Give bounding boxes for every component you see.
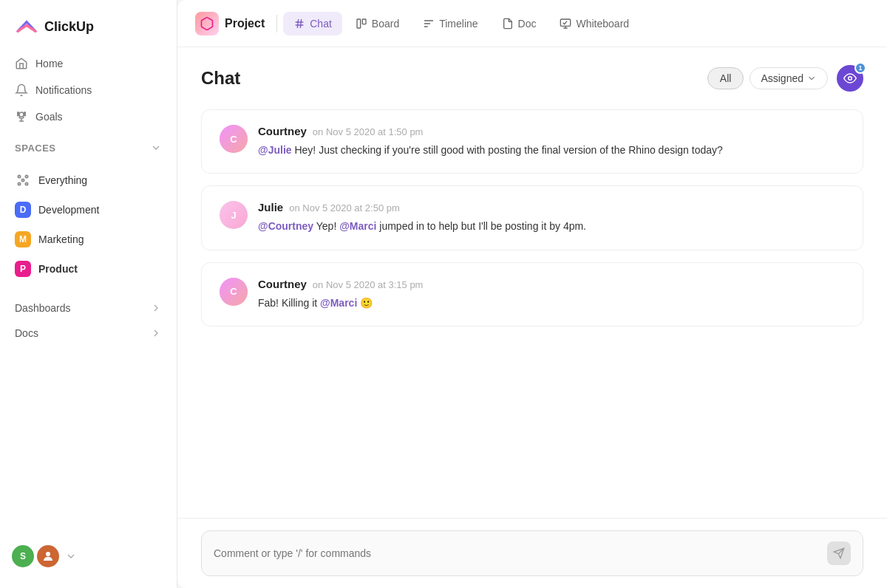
chevron-right-icon (150, 327, 162, 339)
svg-point-5 (25, 182, 27, 185)
svg-point-2 (18, 175, 20, 177)
message-3-content: Courtney on Nov 5 2020 at 3:15 pm Fab! K… (258, 278, 845, 311)
message-1-header: Courtney on Nov 5 2020 at 1:50 pm (258, 125, 845, 137)
chat-header: Chat All Assigned 1 (177, 47, 887, 103)
svg-point-10 (849, 77, 852, 81)
sidebar-item-development[interactable]: D Development (6, 195, 171, 225)
project-title-area: Project (195, 12, 265, 35)
tab-chat-label: Chat (310, 18, 332, 30)
user-avatar-2[interactable] (37, 545, 59, 567)
message-card: C Courtney on Nov 5 2020 at 3:15 pm Fab!… (201, 262, 863, 327)
sidebar-item-marketing-label: Marketing (38, 233, 84, 245)
sidebar-item-product-label: Product (38, 263, 78, 275)
spaces-list: Everything D Development M Marketing P P… (0, 165, 177, 284)
whiteboard-icon (560, 18, 571, 30)
svg-rect-7 (357, 19, 361, 28)
sidebar-nav: Home Notifications Goals (0, 50, 177, 130)
tab-timeline[interactable]: Timeline (412, 12, 488, 35)
message-2-header: Julie on Nov 5 2020 at 2:50 pm (258, 201, 845, 213)
chevron-down-icon[interactable] (150, 142, 162, 154)
tab-whiteboard[interactable]: Whiteboard (549, 12, 639, 35)
top-nav: Project Chat Board Timeline (177, 0, 887, 47)
message-card: C Courtney on Nov 5 2020 at 1:50 pm @Jul… (201, 109, 863, 174)
sidebar-item-dashboards[interactable]: Dashboards (0, 295, 177, 321)
svg-rect-8 (362, 19, 366, 24)
user-chevron-icon[interactable] (65, 550, 77, 562)
sections-list: Dashboards Docs (0, 295, 177, 346)
user-avatar-1[interactable]: S (12, 545, 34, 567)
sidebar-item-everything[interactable]: Everything (6, 165, 171, 195)
svg-point-0 (19, 112, 24, 117)
message-card: J Julie on Nov 5 2020 at 2:50 pm @Courtn… (201, 185, 863, 250)
bell-icon (15, 83, 28, 97)
clickup-logo-icon (15, 15, 38, 38)
svg-point-4 (18, 182, 20, 185)
send-icon (833, 547, 845, 559)
message-1-time: on Nov 5 2020 at 1:50 pm (313, 126, 424, 137)
message-2-author: Julie (258, 201, 283, 213)
svg-point-6 (46, 552, 50, 556)
sidebar-item-product[interactable]: P Product (6, 254, 171, 284)
tab-doc[interactable]: Doc (492, 12, 547, 35)
project-title-text: Project (225, 17, 265, 30)
sidebar: ClickUp Home Notifications Goals (0, 0, 177, 588)
tab-chat[interactable]: Chat (283, 12, 342, 35)
sidebar-bottom: S (0, 536, 177, 576)
mention-marci-2: @Marci (320, 297, 357, 309)
avatar-courtney-2: C (220, 278, 248, 306)
project-icon (195, 12, 219, 35)
everything-icon (15, 172, 31, 188)
chat-input-wrapper (201, 530, 863, 576)
sidebar-item-docs[interactable]: Docs (0, 321, 177, 346)
message-2-time: on Nov 5 2020 at 2:50 pm (289, 202, 400, 213)
sidebar-item-home[interactable]: Home (6, 50, 171, 77)
chat-input-area (177, 518, 887, 588)
message-3-time: on Nov 5 2020 at 3:15 pm (313, 279, 424, 290)
chat-filters: All Assigned (707, 67, 828, 89)
sidebar-item-goals[interactable]: Goals (6, 103, 171, 130)
chat-area: Chat All Assigned 1 (177, 47, 887, 588)
spaces-header: Spaces (0, 130, 177, 160)
message-2-body: Yep! (316, 220, 339, 232)
send-button[interactable] (827, 541, 851, 565)
marketing-badge: M (15, 231, 31, 247)
sidebar-item-development-label: Development (38, 204, 100, 216)
logo-text: ClickUp (44, 19, 94, 35)
nav-divider-1 (276, 15, 277, 33)
message-3-header: Courtney on Nov 5 2020 at 3:15 pm (258, 278, 845, 290)
product-badge: P (15, 261, 31, 277)
filter-all-btn[interactable]: All (707, 67, 744, 89)
chat-input[interactable] (214, 547, 827, 559)
timeline-icon (423, 18, 435, 30)
message-2-body-2: jumped in to help but I'll be posting it… (379, 220, 586, 232)
avatar-julie: J (220, 201, 248, 229)
tab-whiteboard-label: Whiteboard (576, 18, 629, 30)
message-3-text: Fab! Killing it @Marci 🙂 (258, 295, 845, 311)
eye-icon (843, 72, 857, 85)
message-2-text: @Courtney Yep! @Marci jumped in to help … (258, 218, 845, 234)
sidebar-item-home-label: Home (35, 58, 63, 69)
chat-messages: C Courtney on Nov 5 2020 at 1:50 pm @Jul… (177, 103, 887, 518)
doc-icon (502, 18, 514, 30)
tab-board[interactable]: Board (345, 12, 409, 35)
mention-marci: @Marci (339, 220, 376, 232)
message-1-text: @Julie Hey! Just checking if you're stil… (258, 142, 845, 158)
mention-julie: @Julie (258, 144, 292, 156)
mention-courtney: @Courtney (258, 220, 313, 232)
message-1-author: Courtney (258, 125, 307, 137)
sidebar-item-everything-label: Everything (38, 174, 87, 186)
sidebar-item-marketing[interactable]: M Marketing (6, 225, 171, 254)
tab-timeline-label: Timeline (439, 18, 478, 30)
hash-icon (293, 18, 305, 30)
watch-badge: 1 (854, 62, 866, 74)
sidebar-item-goals-label: Goals (35, 111, 63, 123)
chevron-down-icon (806, 73, 817, 83)
development-badge: D (15, 202, 31, 218)
chat-title: Chat (201, 68, 240, 89)
watch-button[interactable]: 1 (837, 65, 863, 92)
logo-area[interactable]: ClickUp (0, 0, 177, 50)
filter-assigned-dropdown[interactable]: Assigned (750, 67, 828, 89)
sidebar-item-notifications[interactable]: Notifications (6, 77, 171, 103)
svg-point-1 (21, 179, 24, 181)
message-3-emoji: 🙂 (360, 297, 373, 309)
